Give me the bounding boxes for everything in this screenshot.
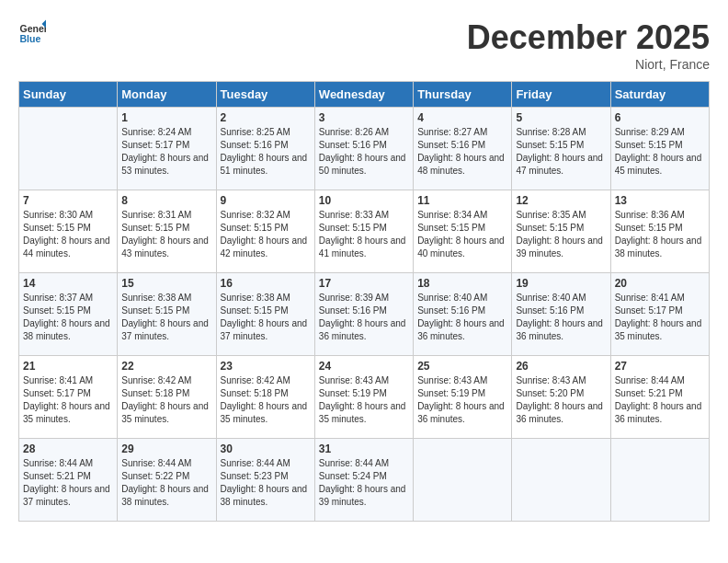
day-header-friday: Friday [512,82,610,108]
calendar-cell: 12Sunrise: 8:35 AMSunset: 5:15 PMDayligh… [512,190,610,273]
day-number: 17 [319,277,409,290]
day-number: 8 [121,194,211,207]
day-number: 30 [221,442,311,455]
day-info: Sunrise: 8:39 AMSunset: 5:16 PMDaylight:… [319,292,409,343]
calendar-cell [19,108,118,190]
day-number: 19 [516,277,606,290]
day-number: 29 [121,442,211,455]
calendar-cell: 31Sunrise: 8:44 AMSunset: 5:24 PMDayligh… [314,439,413,522]
day-info: Sunrise: 8:31 AMSunset: 5:15 PMDaylight:… [121,209,211,260]
day-info: Sunrise: 8:43 AMSunset: 5:19 PMDaylight:… [319,374,409,426]
calendar-cell: 2Sunrise: 8:25 AMSunset: 5:16 PMDaylight… [216,108,314,190]
calendar-cell: 15Sunrise: 8:38 AMSunset: 5:15 PMDayligh… [118,273,216,356]
day-info: Sunrise: 8:35 AMSunset: 5:15 PMDaylight:… [516,209,606,260]
calendar-cell: 23Sunrise: 8:42 AMSunset: 5:18 PMDayligh… [216,356,314,439]
day-info: Sunrise: 8:29 AMSunset: 5:15 PMDaylight:… [615,126,705,178]
title-area: December 2025 Niort, France [467,18,710,72]
day-info: Sunrise: 8:42 AMSunset: 5:18 PMDaylight:… [221,374,311,426]
day-info: Sunrise: 8:28 AMSunset: 5:15 PMDaylight:… [516,126,606,178]
day-number: 7 [23,194,113,207]
day-number: 14 [23,277,113,290]
day-number: 25 [417,360,507,373]
day-info: Sunrise: 8:44 AMSunset: 5:22 PMDaylight:… [121,457,211,509]
day-header-monday: Monday [118,82,216,108]
day-info: Sunrise: 8:27 AMSunset: 5:16 PMDaylight:… [417,126,507,178]
calendar-cell: 9Sunrise: 8:32 AMSunset: 5:15 PMDaylight… [216,190,314,273]
calendar-cell: 10Sunrise: 8:33 AMSunset: 5:15 PMDayligh… [314,190,413,273]
calendar-week-row: 21Sunrise: 8:41 AMSunset: 5:17 PMDayligh… [19,356,710,439]
day-number: 1 [121,111,211,124]
calendar-header-row: SundayMondayTuesdayWednesdayThursdayFrid… [19,82,710,108]
day-number: 21 [23,360,113,373]
logo: General Blue [18,18,46,46]
calendar-cell: 20Sunrise: 8:41 AMSunset: 5:17 PMDayligh… [610,273,709,356]
day-info: Sunrise: 8:32 AMSunset: 5:15 PMDaylight:… [221,209,311,260]
day-number: 10 [319,194,409,207]
day-number: 27 [615,360,705,373]
calendar-week-row: 1Sunrise: 8:24 AMSunset: 5:17 PMDaylight… [19,108,710,190]
calendar-week-row: 14Sunrise: 8:37 AMSunset: 5:15 PMDayligh… [19,273,710,356]
day-info: Sunrise: 8:41 AMSunset: 5:17 PMDaylight:… [23,374,113,426]
calendar-cell: 6Sunrise: 8:29 AMSunset: 5:15 PMDaylight… [610,108,709,190]
day-info: Sunrise: 8:36 AMSunset: 5:15 PMDaylight:… [615,209,705,260]
calendar-cell: 13Sunrise: 8:36 AMSunset: 5:15 PMDayligh… [610,190,709,273]
day-header-wednesday: Wednesday [314,82,413,108]
day-info: Sunrise: 8:34 AMSunset: 5:15 PMDaylight:… [417,209,507,260]
day-number: 16 [221,277,311,290]
calendar-cell: 24Sunrise: 8:43 AMSunset: 5:19 PMDayligh… [314,356,413,439]
calendar-cell: 17Sunrise: 8:39 AMSunset: 5:16 PMDayligh… [314,273,413,356]
calendar-cell: 11Sunrise: 8:34 AMSunset: 5:15 PMDayligh… [414,190,512,273]
calendar-cell: 30Sunrise: 8:44 AMSunset: 5:23 PMDayligh… [216,439,314,522]
calendar-cell: 3Sunrise: 8:26 AMSunset: 5:16 PMDaylight… [314,108,413,190]
day-info: Sunrise: 8:25 AMSunset: 5:16 PMDaylight:… [221,126,311,178]
day-number: 12 [516,194,606,207]
logo-icon: General Blue [18,18,46,46]
calendar-cell: 21Sunrise: 8:41 AMSunset: 5:17 PMDayligh… [19,356,118,439]
calendar-cell: 27Sunrise: 8:44 AMSunset: 5:21 PMDayligh… [610,356,709,439]
day-number: 4 [417,111,507,124]
day-info: Sunrise: 8:42 AMSunset: 5:18 PMDaylight:… [121,374,211,426]
header: General Blue December 2025 Niort, France [18,18,710,72]
day-info: Sunrise: 8:40 AMSunset: 5:16 PMDaylight:… [516,292,606,343]
day-info: Sunrise: 8:24 AMSunset: 5:17 PMDaylight:… [121,126,211,178]
calendar-week-row: 28Sunrise: 8:44 AMSunset: 5:21 PMDayligh… [19,439,710,522]
calendar-table: SundayMondayTuesdayWednesdayThursdayFrid… [18,81,710,522]
calendar-cell: 29Sunrise: 8:44 AMSunset: 5:22 PMDayligh… [118,439,216,522]
month-title: December 2025 [467,18,710,57]
day-info: Sunrise: 8:26 AMSunset: 5:16 PMDaylight:… [319,126,409,178]
calendar-cell: 18Sunrise: 8:40 AMSunset: 5:16 PMDayligh… [414,273,512,356]
calendar-cell: 26Sunrise: 8:43 AMSunset: 5:20 PMDayligh… [512,356,610,439]
calendar-week-row: 7Sunrise: 8:30 AMSunset: 5:15 PMDaylight… [19,190,710,273]
calendar-cell: 7Sunrise: 8:30 AMSunset: 5:15 PMDaylight… [19,190,118,273]
day-info: Sunrise: 8:38 AMSunset: 5:15 PMDaylight:… [121,292,211,343]
calendar-cell: 8Sunrise: 8:31 AMSunset: 5:15 PMDaylight… [118,190,216,273]
day-number: 11 [417,194,507,207]
day-header-tuesday: Tuesday [216,82,314,108]
day-info: Sunrise: 8:43 AMSunset: 5:19 PMDaylight:… [417,374,507,426]
day-info: Sunrise: 8:41 AMSunset: 5:17 PMDaylight:… [615,292,705,343]
day-header-thursday: Thursday [414,82,512,108]
day-number: 15 [121,277,211,290]
day-number: 6 [615,111,705,124]
day-info: Sunrise: 8:44 AMSunset: 5:21 PMDaylight:… [23,457,113,509]
calendar-cell: 22Sunrise: 8:42 AMSunset: 5:18 PMDayligh… [118,356,216,439]
calendar-cell [610,439,709,522]
day-info: Sunrise: 8:43 AMSunset: 5:20 PMDaylight:… [516,374,606,426]
day-number: 3 [319,111,409,124]
calendar-cell: 16Sunrise: 8:38 AMSunset: 5:15 PMDayligh… [216,273,314,356]
calendar-cell [512,439,610,522]
day-number: 28 [23,442,113,455]
day-info: Sunrise: 8:37 AMSunset: 5:15 PMDaylight:… [23,292,113,343]
calendar-cell: 5Sunrise: 8:28 AMSunset: 5:15 PMDaylight… [512,108,610,190]
day-number: 26 [516,360,606,373]
day-header-saturday: Saturday [610,82,709,108]
day-number: 20 [615,277,705,290]
calendar-cell: 28Sunrise: 8:44 AMSunset: 5:21 PMDayligh… [19,439,118,522]
calendar-cell [414,439,512,522]
svg-text:Blue: Blue [20,33,41,44]
day-info: Sunrise: 8:44 AMSunset: 5:21 PMDaylight:… [615,374,705,426]
day-number: 23 [221,360,311,373]
day-number: 22 [121,360,211,373]
day-number: 9 [221,194,311,207]
day-number: 18 [417,277,507,290]
